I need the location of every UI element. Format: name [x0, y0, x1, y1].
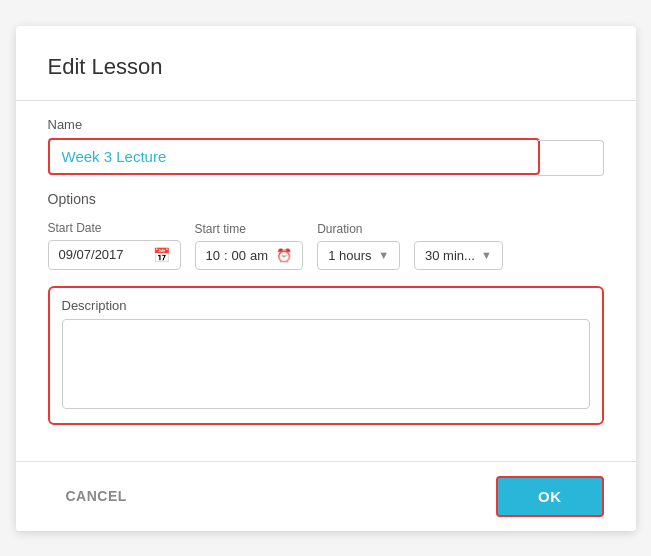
start-date-group: Start Date 📅	[48, 221, 181, 270]
time-separator: :	[224, 248, 228, 263]
start-time-group: Start time 10 : 00 am ⏰	[195, 222, 304, 270]
dialog-body: Edit Lesson Name Options Start Date 📅 St…	[16, 26, 636, 461]
duration-minutes-select-wrap[interactable]: 0 min 15 min 30 min... 45 min ▼	[414, 241, 503, 270]
calendar-icon: 📅	[153, 247, 170, 263]
name-label: Name	[48, 117, 604, 132]
chevron-down-icon: ▼	[378, 249, 389, 261]
time-ampm: am	[250, 248, 268, 263]
divider-top	[16, 100, 636, 101]
duration-minutes-spacer	[414, 222, 503, 236]
time-minute: 00	[232, 248, 246, 263]
start-time-label: Start time	[195, 222, 304, 236]
name-input-wrapper	[48, 138, 540, 175]
date-time-row: Start Date 📅 Start time 10 : 00 am ⏰ Dur…	[48, 221, 604, 270]
duration-hours-select-wrap[interactable]: 1 hours 2 hours 3 hours ▼	[317, 241, 400, 270]
dialog-title: Edit Lesson	[48, 54, 604, 80]
description-label: Description	[62, 298, 590, 313]
description-section: Description	[48, 286, 604, 425]
start-date-input[interactable]	[59, 247, 147, 262]
duration-label: Duration	[317, 222, 400, 236]
start-date-input-wrap[interactable]: 📅	[48, 240, 181, 270]
edit-lesson-dialog: Edit Lesson Name Options Start Date 📅 St…	[16, 26, 636, 531]
dialog-footer: CANCEL OK	[16, 461, 636, 531]
ok-button[interactable]: OK	[496, 476, 604, 517]
duration-hours-select[interactable]: 1 hours 2 hours 3 hours	[328, 248, 372, 263]
time-hour: 10	[206, 248, 220, 263]
start-time-input-wrap[interactable]: 10 : 00 am ⏰	[195, 241, 304, 270]
clock-icon: ⏰	[276, 248, 292, 263]
duration-minutes-group: 0 min 15 min 30 min... 45 min ▼	[414, 222, 503, 270]
duration-hours-group: Duration 1 hours 2 hours 3 hours ▼	[317, 222, 400, 270]
description-textarea[interactable]	[62, 319, 590, 409]
duration-minutes-select[interactable]: 0 min 15 min 30 min... 45 min	[425, 248, 475, 263]
options-label: Options	[48, 191, 604, 207]
start-date-label: Start Date	[48, 221, 181, 235]
chevron-down-icon-2: ▼	[481, 249, 492, 261]
cancel-button[interactable]: CANCEL	[48, 478, 145, 514]
name-input[interactable]	[54, 142, 534, 171]
